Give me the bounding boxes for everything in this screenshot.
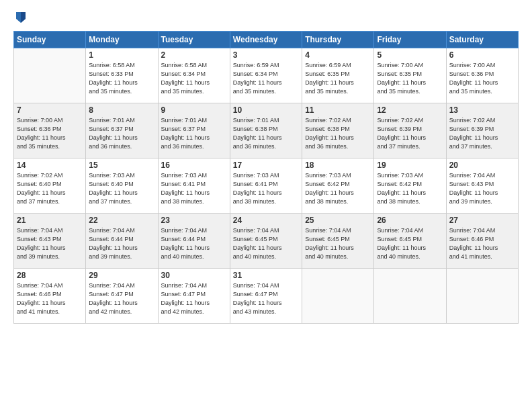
calendar-cell: 27Sunrise: 7:04 AMSunset: 6:46 PMDayligh… xyxy=(446,214,518,269)
sunrise-text: Sunrise: 6:58 AM xyxy=(161,62,208,68)
daylight-text2: and 42 minutes. xyxy=(89,308,132,315)
daylight-text: Daylight: 11 hours xyxy=(89,134,138,141)
daylight-text: Daylight: 11 hours xyxy=(233,244,282,251)
day-number: 28 xyxy=(17,271,83,280)
day-info: Sunrise: 7:02 AMSunset: 6:39 PMDaylight:… xyxy=(377,116,443,151)
sunrise-text: Sunrise: 7:02 AM xyxy=(377,117,423,124)
daylight-text2: and 42 minutes. xyxy=(161,308,204,315)
calendar-table: SundayMondayTuesdayWednesdayThursdayFrid… xyxy=(13,31,519,324)
daylight-text2: and 37 minutes. xyxy=(377,143,420,150)
daylight-text2: and 36 minutes. xyxy=(161,143,204,150)
sunset-text: Sunset: 6:39 PM xyxy=(449,126,494,132)
sunrise-text: Sunrise: 7:04 AM xyxy=(161,282,208,289)
calendar-cell: 16Sunrise: 7:03 AMSunset: 6:41 PMDayligh… xyxy=(158,158,230,214)
day-info: Sunrise: 6:59 AMSunset: 6:34 PMDaylight:… xyxy=(233,61,299,96)
sunset-text: Sunset: 6:33 PM xyxy=(89,71,134,77)
daylight-text2: and 36 minutes. xyxy=(305,143,348,150)
sunrise-text: Sunrise: 7:04 AM xyxy=(449,172,496,179)
day-info: Sunrise: 7:03 AMSunset: 6:42 PMDaylight:… xyxy=(305,171,371,206)
daylight-text2: and 35 minutes. xyxy=(161,88,204,95)
day-number: 4 xyxy=(305,50,371,60)
daylight-text: Daylight: 11 hours xyxy=(17,134,66,141)
col-header-monday: Monday xyxy=(86,32,158,48)
day-number: 6 xyxy=(449,50,515,60)
day-number: 3 xyxy=(233,50,299,60)
daylight-text2: and 38 minutes. xyxy=(305,198,348,205)
daylight-text: Daylight: 11 hours xyxy=(449,189,498,196)
daylight-text: Daylight: 11 hours xyxy=(233,189,282,196)
calendar-cell xyxy=(14,48,86,103)
sunrise-text: Sunrise: 7:00 AM xyxy=(17,117,63,124)
sunrise-text: Sunrise: 6:59 AM xyxy=(305,62,351,68)
day-info: Sunrise: 7:04 AMSunset: 6:45 PMDaylight:… xyxy=(377,226,443,261)
day-number: 1 xyxy=(89,50,154,60)
sunset-text: Sunset: 6:41 PM xyxy=(161,181,206,187)
sunset-text: Sunset: 6:42 PM xyxy=(377,181,422,187)
day-info: Sunrise: 7:03 AMSunset: 6:42 PMDaylight:… xyxy=(377,171,443,206)
calendar-week-row: 7Sunrise: 7:00 AMSunset: 6:36 PMDaylight… xyxy=(14,103,519,158)
day-info: Sunrise: 7:04 AMSunset: 6:46 PMDaylight:… xyxy=(449,226,515,261)
day-info: Sunrise: 7:03 AMSunset: 6:41 PMDaylight:… xyxy=(161,171,227,206)
sunrise-text: Sunrise: 7:04 AM xyxy=(89,227,135,234)
daylight-text: Daylight: 11 hours xyxy=(449,244,498,251)
sunrise-text: Sunrise: 7:04 AM xyxy=(161,227,208,234)
calendar-cell: 30Sunrise: 7:04 AMSunset: 6:47 PMDayligh… xyxy=(158,269,230,324)
calendar-cell: 14Sunrise: 7:02 AMSunset: 6:40 PMDayligh… xyxy=(14,158,86,214)
day-number: 26 xyxy=(377,216,443,225)
daylight-text: Daylight: 11 hours xyxy=(161,189,210,196)
daylight-text: Daylight: 11 hours xyxy=(17,244,66,251)
sunrise-text: Sunrise: 7:00 AM xyxy=(449,62,496,68)
day-number: 24 xyxy=(233,216,299,225)
day-number: 27 xyxy=(449,216,515,225)
sunset-text: Sunset: 6:38 PM xyxy=(305,126,350,132)
calendar-cell: 31Sunrise: 7:04 AMSunset: 6:47 PMDayligh… xyxy=(230,269,302,324)
day-number: 15 xyxy=(89,161,154,170)
daylight-text: Daylight: 11 hours xyxy=(89,244,138,251)
sunrise-text: Sunrise: 7:02 AM xyxy=(17,172,63,179)
sunrise-text: Sunrise: 7:04 AM xyxy=(89,282,135,289)
col-header-thursday: Thursday xyxy=(302,32,374,48)
daylight-text2: and 38 minutes. xyxy=(377,198,420,205)
daylight-text2: and 36 minutes. xyxy=(89,143,132,150)
day-number: 13 xyxy=(449,105,515,115)
daylight-text2: and 35 minutes. xyxy=(377,88,420,95)
sunrise-text: Sunrise: 7:04 AM xyxy=(233,227,279,234)
daylight-text: Daylight: 11 hours xyxy=(161,134,210,141)
day-info: Sunrise: 6:59 AMSunset: 6:35 PMDaylight:… xyxy=(305,61,371,96)
sunset-text: Sunset: 6:34 PM xyxy=(233,71,278,77)
calendar-cell: 3Sunrise: 6:59 AMSunset: 6:34 PMDaylight… xyxy=(230,48,302,103)
day-info: Sunrise: 7:04 AMSunset: 6:47 PMDaylight:… xyxy=(89,281,154,316)
sunset-text: Sunset: 6:40 PM xyxy=(17,181,62,187)
day-number: 29 xyxy=(89,271,154,280)
calendar-cell: 29Sunrise: 7:04 AMSunset: 6:47 PMDayligh… xyxy=(86,269,158,324)
calendar-cell: 24Sunrise: 7:04 AMSunset: 6:45 PMDayligh… xyxy=(230,214,302,269)
sunset-text: Sunset: 6:45 PM xyxy=(377,236,422,242)
day-info: Sunrise: 7:02 AMSunset: 6:40 PMDaylight:… xyxy=(17,171,83,206)
daylight-text: Daylight: 11 hours xyxy=(89,79,138,86)
day-number: 20 xyxy=(449,161,515,170)
sunrise-text: Sunrise: 7:00 AM xyxy=(377,62,423,68)
sunrise-text: Sunrise: 7:03 AM xyxy=(233,172,279,179)
day-number: 8 xyxy=(89,105,154,115)
calendar-cell: 8Sunrise: 7:01 AMSunset: 6:37 PMDaylight… xyxy=(86,103,158,158)
sunset-text: Sunset: 6:38 PM xyxy=(233,126,278,132)
daylight-text2: and 40 minutes. xyxy=(161,253,204,260)
day-number: 16 xyxy=(161,161,227,170)
daylight-text2: and 38 minutes. xyxy=(233,198,276,205)
logo xyxy=(13,12,27,24)
day-info: Sunrise: 6:58 AMSunset: 6:33 PMDaylight:… xyxy=(89,61,154,96)
sunset-text: Sunset: 6:45 PM xyxy=(305,236,350,242)
calendar-cell: 15Sunrise: 7:03 AMSunset: 6:40 PMDayligh… xyxy=(86,158,158,214)
sunrise-text: Sunrise: 6:59 AM xyxy=(233,62,279,68)
calendar-cell: 7Sunrise: 7:00 AMSunset: 6:36 PMDaylight… xyxy=(14,103,86,158)
daylight-text: Daylight: 11 hours xyxy=(377,79,426,86)
sunset-text: Sunset: 6:47 PM xyxy=(161,291,206,298)
sunset-text: Sunset: 6:47 PM xyxy=(89,291,134,298)
day-info: Sunrise: 7:04 AMSunset: 6:47 PMDaylight:… xyxy=(233,281,299,316)
sunrise-text: Sunrise: 6:58 AM xyxy=(89,62,135,68)
day-number: 30 xyxy=(161,271,227,280)
day-info: Sunrise: 6:58 AMSunset: 6:34 PMDaylight:… xyxy=(161,61,227,96)
sunset-text: Sunset: 6:42 PM xyxy=(305,181,350,187)
sunrise-text: Sunrise: 7:04 AM xyxy=(17,282,63,289)
day-info: Sunrise: 7:04 AMSunset: 6:47 PMDaylight:… xyxy=(161,281,227,316)
